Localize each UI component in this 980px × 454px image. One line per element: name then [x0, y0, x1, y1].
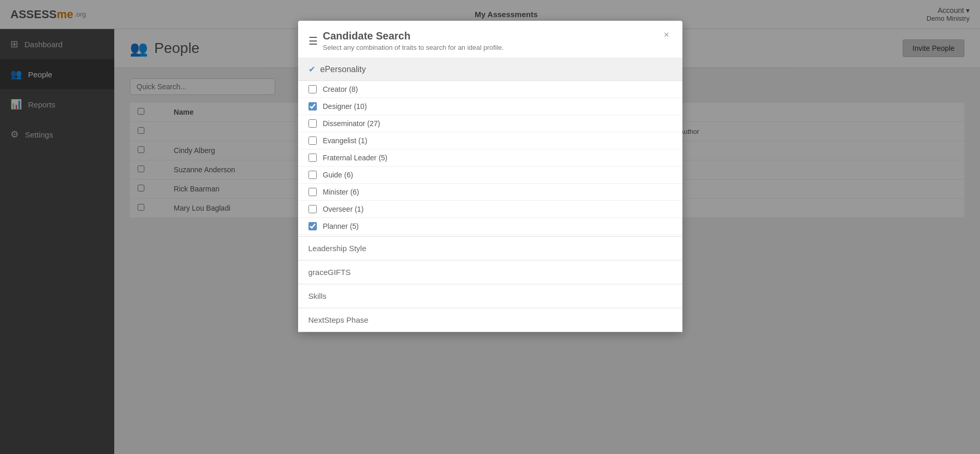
- modal-subtitle: Select any combination of traits to sear…: [323, 44, 504, 51]
- checkbox-fraternal-leader[interactable]: [308, 154, 317, 162]
- nextsteps-title: NextSteps Phase: [308, 315, 369, 324]
- checkbox-item-guide[interactable]: Guide (6): [298, 167, 682, 184]
- modal-title: Candidate Search: [323, 30, 504, 42]
- modal-title-area: ☰ Candidate Search Select any combinatio…: [308, 30, 504, 51]
- epersonality-section-title: ePersonality: [320, 65, 366, 74]
- checkbox-creator[interactable]: [308, 85, 317, 93]
- checkbox-label-disseminator: Disseminator (27): [323, 119, 380, 128]
- grace-gifts-section[interactable]: graceGIFTS: [298, 260, 682, 284]
- checkbox-item-planner[interactable]: Planner (5): [298, 218, 682, 235]
- checkbox-item-minister[interactable]: Minister (6): [298, 184, 682, 201]
- checkbox-item-evangelist[interactable]: Evangelist (1): [298, 132, 682, 149]
- checkbox-guide[interactable]: [308, 171, 317, 179]
- checkbox-disseminator[interactable]: [308, 119, 317, 128]
- epersonality-section-header[interactable]: ✔ ePersonality: [298, 58, 682, 81]
- checkbox-designer[interactable]: [308, 102, 317, 111]
- checkbox-item-fraternal-leader[interactable]: Fraternal Leader (5): [298, 149, 682, 167]
- checkbox-label-creator: Creator (8): [323, 85, 358, 93]
- checkbox-item-designer[interactable]: Designer (10): [298, 98, 682, 115]
- skills-section[interactable]: Skills: [298, 284, 682, 308]
- checkbox-item-disseminator[interactable]: Disseminator (27): [298, 115, 682, 132]
- modal-body: ✔ ePersonality Creator (8) Designer (10)…: [298, 58, 682, 332]
- checkbox-minister[interactable]: [308, 188, 317, 196]
- checkbox-label-minister: Minister (6): [323, 188, 359, 196]
- candidate-search-modal: ☰ Candidate Search Select any combinatio…: [298, 21, 682, 332]
- checkbox-label-fraternal-leader: Fraternal Leader (5): [323, 154, 388, 162]
- nextsteps-section[interactable]: NextSteps Phase: [298, 308, 682, 332]
- modal-close-button[interactable]: ×: [661, 30, 672, 39]
- checkbox-item-overseer[interactable]: Overseer (1): [298, 201, 682, 218]
- skills-title: Skills: [308, 292, 327, 300]
- checkbox-label-guide: Guide (6): [323, 171, 353, 179]
- grace-gifts-title: graceGIFTS: [308, 268, 351, 277]
- modal-header: ☰ Candidate Search Select any combinatio…: [298, 21, 682, 58]
- leadership-style-section[interactable]: Leadership Style: [298, 237, 682, 260]
- modal-overlay[interactable]: ☰ Candidate Search Select any combinatio…: [0, 0, 980, 454]
- checkbox-label-planner: Planner (5): [323, 222, 359, 230]
- epersonality-checkbox-list: Creator (8) Designer (10) Disseminator (…: [298, 81, 682, 237]
- checkbox-label-overseer: Overseer (1): [323, 205, 364, 213]
- checkbox-evangelist[interactable]: [308, 136, 317, 145]
- leadership-style-title: Leadership Style: [308, 244, 367, 253]
- checkbox-overseer[interactable]: [308, 205, 317, 213]
- checkbox-label-designer: Designer (10): [323, 102, 367, 111]
- checkbox-item-creator[interactable]: Creator (8): [298, 81, 682, 98]
- checkbox-label-evangelist: Evangelist (1): [323, 136, 368, 145]
- epersonality-check-icon: ✔: [308, 64, 315, 74]
- checkbox-planner[interactable]: [308, 222, 317, 230]
- modal-icon: ☰: [308, 35, 318, 47]
